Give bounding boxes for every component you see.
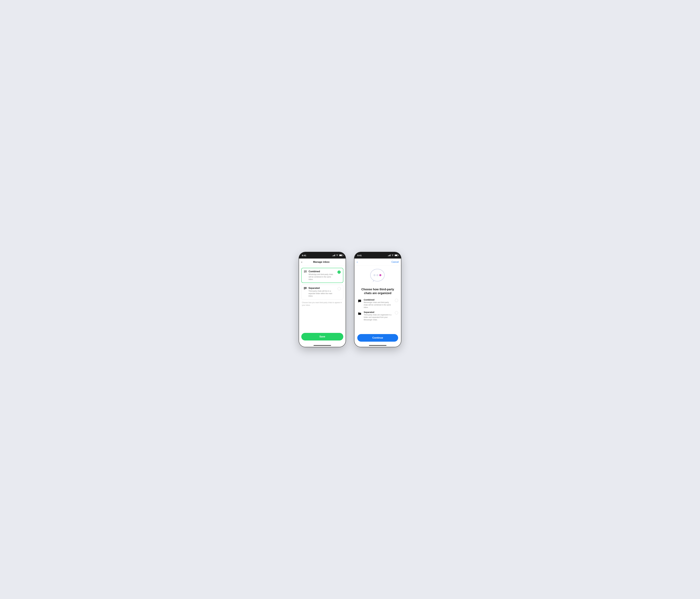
svg-rect-2 <box>304 272 307 272</box>
separated-text-left: Separated Third-party chats will live in… <box>308 287 336 297</box>
phone-messenger: 9:41 ‹ C <box>354 252 401 347</box>
time-left: 9:41 <box>302 254 306 257</box>
combined-text-right: Combined Messenger chats and third-party… <box>364 298 393 308</box>
combined-radio-left[interactable]: ✓ <box>338 271 341 274</box>
svg-rect-6 <box>304 289 305 290</box>
check-icon-right: ✓ <box>396 312 397 314</box>
back-button-left[interactable]: ‹ <box>301 260 302 264</box>
chat-bubble-svg <box>369 269 386 284</box>
status-bar-right: 9:41 <box>354 252 401 258</box>
combined-title-right: Combined <box>364 298 393 301</box>
wifi-icon-right <box>392 254 394 257</box>
combined-radio-right[interactable] <box>395 299 398 302</box>
signal-icon-left <box>332 254 335 256</box>
combined-text-left: Combined WhatsApp and third-party chats … <box>308 270 336 280</box>
chat-illustration <box>357 269 398 284</box>
combined-title-left: Combined <box>308 270 336 273</box>
screen-content-left: Combined WhatsApp and third-party chats … <box>299 266 346 345</box>
nav-bar-left: ‹ Manage inbox <box>299 258 346 266</box>
phones-container: 9:41 ‹ M <box>299 252 401 347</box>
whatsapp-screen: ‹ Manage inbox Combined <box>299 258 346 347</box>
chat-bubble-icon <box>357 299 362 303</box>
page-heading-right: Choose how third-party chats are organiz… <box>357 288 398 295</box>
messenger-content: Choose how third-party chats are organiz… <box>354 266 401 345</box>
status-icons-right <box>388 254 398 257</box>
svg-point-8 <box>373 274 376 276</box>
home-indicator-left <box>299 345 346 347</box>
back-button-right[interactable]: ‹ <box>357 260 358 264</box>
save-button[interactable]: Save <box>301 333 343 341</box>
combined-option-right[interactable]: Combined Messenger chats and third-party… <box>357 298 398 308</box>
page-title-left: Manage inbox <box>304 260 339 264</box>
separated-desc-right: Third-party chats are organized in a fol… <box>364 314 393 321</box>
check-icon-left: ✓ <box>338 271 340 273</box>
combined-desc-right: Messenger chats and third-party chats wi… <box>364 301 393 308</box>
messenger-screen: ‹ Cancel <box>354 258 401 347</box>
continue-button[interactable]: Continue <box>357 334 398 342</box>
battery-icon-right <box>395 254 398 256</box>
separated-text-right: Separated Third-party chats are organize… <box>364 311 393 321</box>
separated-icon <box>304 287 307 290</box>
hint-text-left: Choose how you want third-party chats to… <box>301 301 343 306</box>
battery-icon-left <box>339 254 343 256</box>
svg-point-10 <box>379 274 381 276</box>
combined-desc-left: WhatsApp and third-party chats will be c… <box>308 273 336 280</box>
nav-bar-right: ‹ Cancel <box>354 258 401 266</box>
time-right: 9:41 <box>357 254 362 257</box>
separated-option-left[interactable]: Separated Third-party chats will live in… <box>301 284 343 299</box>
separated-radio-right[interactable]: ✓ <box>395 311 398 315</box>
separated-radio-left[interactable] <box>338 287 341 290</box>
separated-title-right: Separated <box>364 311 393 314</box>
messenger-options: Combined Messenger chats and third-party… <box>357 298 398 321</box>
wifi-icon-left <box>336 254 338 256</box>
status-bar-left: 9:41 <box>299 252 346 258</box>
home-indicator-right <box>354 345 401 347</box>
svg-rect-1 <box>304 271 307 272</box>
signal-icon-right <box>388 254 391 256</box>
svg-rect-4 <box>304 287 307 288</box>
svg-point-9 <box>376 274 378 276</box>
status-icons-left <box>332 254 343 256</box>
svg-rect-0 <box>304 271 307 271</box>
list-icon <box>304 271 307 274</box>
combined-option-left[interactable]: Combined WhatsApp and third-party chats … <box>301 268 343 283</box>
separated-title-left: Separated <box>308 287 336 290</box>
separated-desc-left: Third-party chats will live in a separat… <box>308 290 336 297</box>
phone-whatsapp: 9:41 ‹ M <box>299 252 346 347</box>
cancel-button[interactable]: Cancel <box>392 261 399 263</box>
folder-icon <box>357 311 362 316</box>
separated-option-right[interactable]: Separated Third-party chats are organize… <box>357 311 398 321</box>
svg-rect-5 <box>304 288 307 289</box>
svg-rect-3 <box>304 273 305 273</box>
